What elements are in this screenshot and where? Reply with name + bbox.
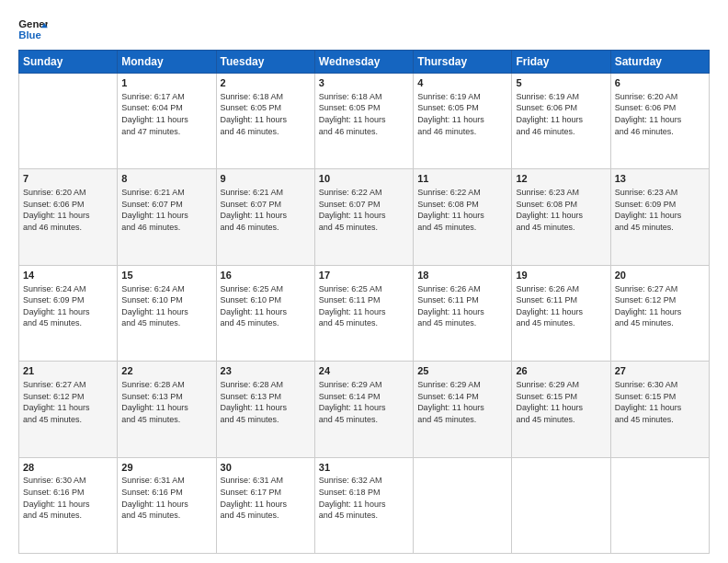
cell-info: Sunrise: 6:25 AM Sunset: 6:11 PM Dayligh… <box>319 283 409 329</box>
cell-info: Sunrise: 6:25 AM Sunset: 6:10 PM Dayligh… <box>221 283 311 329</box>
day-number: 6 <box>615 76 705 90</box>
calendar-cell: 27Sunrise: 6:30 AM Sunset: 6:15 PM Dayli… <box>610 362 709 457</box>
cell-info: Sunrise: 6:27 AM Sunset: 6:12 PM Dayligh… <box>615 283 705 329</box>
day-number: 21 <box>23 364 113 378</box>
cell-info: Sunrise: 6:23 AM Sunset: 6:08 PM Dayligh… <box>516 187 606 233</box>
calendar-cell: 13Sunrise: 6:23 AM Sunset: 6:09 PM Dayli… <box>610 169 709 265</box>
calendar-cell: 24Sunrise: 6:29 AM Sunset: 6:14 PM Dayli… <box>314 362 413 457</box>
logo: General Blue <box>18 17 48 42</box>
day-number: 30 <box>221 461 311 475</box>
cell-info: Sunrise: 6:20 AM Sunset: 6:06 PM Dayligh… <box>23 187 113 233</box>
calendar-table: SundayMondayTuesdayWednesdayThursdayFrid… <box>18 50 710 554</box>
cell-info: Sunrise: 6:21 AM Sunset: 6:07 PM Dayligh… <box>221 187 311 233</box>
day-number: 9 <box>221 172 311 186</box>
day-number: 26 <box>516 364 606 378</box>
calendar-cell: 26Sunrise: 6:29 AM Sunset: 6:15 PM Dayli… <box>512 362 610 457</box>
calendar-cell: 16Sunrise: 6:25 AM Sunset: 6:10 PM Dayli… <box>216 265 314 361</box>
calendar-cell: 17Sunrise: 6:25 AM Sunset: 6:11 PM Dayli… <box>314 265 413 361</box>
day-number: 19 <box>516 269 606 282</box>
calendar-cell: 20Sunrise: 6:27 AM Sunset: 6:12 PM Dayli… <box>610 265 709 361</box>
cell-info: Sunrise: 6:27 AM Sunset: 6:12 PM Dayligh… <box>23 379 113 425</box>
cell-info: Sunrise: 6:24 AM Sunset: 6:09 PM Dayligh… <box>23 283 113 329</box>
day-number: 17 <box>319 269 409 282</box>
day-number: 8 <box>121 172 211 186</box>
cell-info: Sunrise: 6:28 AM Sunset: 6:13 PM Dayligh… <box>221 379 311 425</box>
header: General Blue <box>18 17 710 42</box>
day-number: 16 <box>221 269 311 282</box>
calendar-cell: 8Sunrise: 6:21 AM Sunset: 6:07 PM Daylig… <box>118 169 216 265</box>
svg-text:Blue: Blue <box>18 29 41 40</box>
day-number: 22 <box>121 364 211 378</box>
calendar-cell: 21Sunrise: 6:27 AM Sunset: 6:12 PM Dayli… <box>19 362 118 457</box>
header-cell-monday: Monday <box>118 51 216 74</box>
day-number: 28 <box>23 461 113 475</box>
day-number: 10 <box>319 172 409 186</box>
cell-info: Sunrise: 6:22 AM Sunset: 6:07 PM Dayligh… <box>319 187 409 233</box>
calendar-cell: 14Sunrise: 6:24 AM Sunset: 6:09 PM Dayli… <box>19 265 118 361</box>
svg-text:General: General <box>18 18 48 29</box>
calendar-cell <box>512 457 610 553</box>
day-number: 12 <box>516 172 606 186</box>
calendar-week-5: 28Sunrise: 6:30 AM Sunset: 6:16 PM Dayli… <box>19 457 710 553</box>
day-number: 15 <box>121 269 211 282</box>
cell-info: Sunrise: 6:26 AM Sunset: 6:11 PM Dayligh… <box>516 283 606 329</box>
header-cell-saturday: Saturday <box>610 51 709 74</box>
calendar-cell: 6Sunrise: 6:20 AM Sunset: 6:06 PM Daylig… <box>610 74 709 169</box>
header-cell-wednesday: Wednesday <box>314 51 413 74</box>
cell-info: Sunrise: 6:28 AM Sunset: 6:13 PM Dayligh… <box>121 379 211 425</box>
calendar-cell: 4Sunrise: 6:19 AM Sunset: 6:05 PM Daylig… <box>414 74 512 169</box>
calendar-cell <box>19 74 118 169</box>
calendar-cell: 30Sunrise: 6:31 AM Sunset: 6:17 PM Dayli… <box>216 457 314 553</box>
day-number: 27 <box>615 364 705 378</box>
calendar-cell: 15Sunrise: 6:24 AM Sunset: 6:10 PM Dayli… <box>118 265 216 361</box>
calendar-week-4: 21Sunrise: 6:27 AM Sunset: 6:12 PM Dayli… <box>19 362 710 457</box>
calendar-cell: 9Sunrise: 6:21 AM Sunset: 6:07 PM Daylig… <box>216 169 314 265</box>
page: General Blue SundayMondayTuesdayWednesda… <box>0 0 728 563</box>
day-number: 18 <box>417 269 507 282</box>
cell-info: Sunrise: 6:30 AM Sunset: 6:16 PM Dayligh… <box>23 475 113 521</box>
day-number: 20 <box>615 269 705 282</box>
cell-info: Sunrise: 6:19 AM Sunset: 6:06 PM Dayligh… <box>516 91 606 137</box>
calendar-cell: 1Sunrise: 6:17 AM Sunset: 6:04 PM Daylig… <box>118 74 216 169</box>
cell-info: Sunrise: 6:18 AM Sunset: 6:05 PM Dayligh… <box>221 91 311 137</box>
header-cell-friday: Friday <box>512 51 610 74</box>
day-number: 7 <box>23 172 113 186</box>
cell-info: Sunrise: 6:20 AM Sunset: 6:06 PM Dayligh… <box>615 91 705 137</box>
cell-info: Sunrise: 6:29 AM Sunset: 6:15 PM Dayligh… <box>516 379 606 425</box>
calendar-cell: 3Sunrise: 6:18 AM Sunset: 6:05 PM Daylig… <box>314 74 413 169</box>
cell-info: Sunrise: 6:30 AM Sunset: 6:15 PM Dayligh… <box>615 379 705 425</box>
day-number: 24 <box>319 364 409 378</box>
calendar-cell: 11Sunrise: 6:22 AM Sunset: 6:08 PM Dayli… <box>414 169 512 265</box>
calendar-cell: 29Sunrise: 6:31 AM Sunset: 6:16 PM Dayli… <box>118 457 216 553</box>
day-number: 31 <box>319 461 409 475</box>
day-number: 4 <box>417 76 507 90</box>
calendar-week-1: 1Sunrise: 6:17 AM Sunset: 6:04 PM Daylig… <box>19 74 710 169</box>
calendar-week-3: 14Sunrise: 6:24 AM Sunset: 6:09 PM Dayli… <box>19 265 710 361</box>
cell-info: Sunrise: 6:32 AM Sunset: 6:18 PM Dayligh… <box>319 475 409 521</box>
day-number: 1 <box>121 76 211 90</box>
header-cell-thursday: Thursday <box>414 51 512 74</box>
day-number: 25 <box>417 364 507 378</box>
cell-info: Sunrise: 6:31 AM Sunset: 6:16 PM Dayligh… <box>121 475 211 521</box>
calendar-cell: 10Sunrise: 6:22 AM Sunset: 6:07 PM Dayli… <box>314 169 413 265</box>
logo-icon: General Blue <box>18 17 48 42</box>
calendar-cell: 19Sunrise: 6:26 AM Sunset: 6:11 PM Dayli… <box>512 265 610 361</box>
calendar-cell: 22Sunrise: 6:28 AM Sunset: 6:13 PM Dayli… <box>118 362 216 457</box>
cell-info: Sunrise: 6:17 AM Sunset: 6:04 PM Dayligh… <box>121 91 211 137</box>
cell-info: Sunrise: 6:29 AM Sunset: 6:14 PM Dayligh… <box>417 379 507 425</box>
calendar-cell <box>610 457 709 553</box>
calendar-cell: 12Sunrise: 6:23 AM Sunset: 6:08 PM Dayli… <box>512 169 610 265</box>
header-cell-sunday: Sunday <box>19 51 118 74</box>
header-cell-tuesday: Tuesday <box>216 51 314 74</box>
day-number: 23 <box>221 364 311 378</box>
cell-info: Sunrise: 6:22 AM Sunset: 6:08 PM Dayligh… <box>417 187 507 233</box>
calendar-cell <box>414 457 512 553</box>
day-number: 5 <box>516 76 606 90</box>
cell-info: Sunrise: 6:21 AM Sunset: 6:07 PM Dayligh… <box>121 187 211 233</box>
calendar-header-row: SundayMondayTuesdayWednesdayThursdayFrid… <box>19 51 710 74</box>
cell-info: Sunrise: 6:18 AM Sunset: 6:05 PM Dayligh… <box>319 91 409 137</box>
calendar-cell: 2Sunrise: 6:18 AM Sunset: 6:05 PM Daylig… <box>216 74 314 169</box>
cell-info: Sunrise: 6:19 AM Sunset: 6:05 PM Dayligh… <box>417 91 507 137</box>
calendar-cell: 18Sunrise: 6:26 AM Sunset: 6:11 PM Dayli… <box>414 265 512 361</box>
calendar-week-2: 7Sunrise: 6:20 AM Sunset: 6:06 PM Daylig… <box>19 169 710 265</box>
